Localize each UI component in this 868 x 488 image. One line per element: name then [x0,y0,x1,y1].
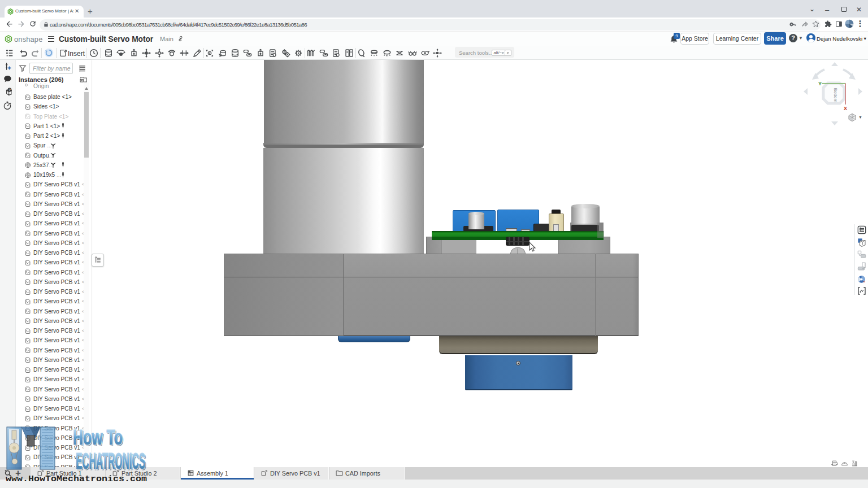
svg-text:Y: Y [818,81,822,86]
svg-text:How To: How To [73,426,123,449]
svg-text:Bottom: Bottom [833,88,838,103]
svg-text:ECHATRONICS: ECHATRONICS [76,448,145,473]
svg-text:?: ? [8,88,11,91]
svg-text:www.HowToMechatronics.com: www.HowToMechatronics.com [6,474,147,484]
svg-text:X: X [844,106,847,111]
